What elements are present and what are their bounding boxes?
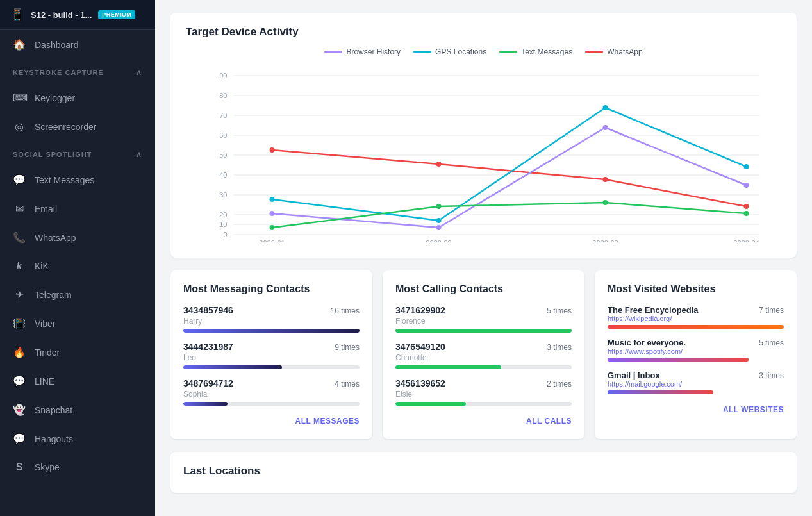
sidebar-item-line[interactable]: 💬 LINE <box>0 367 155 395</box>
svg-text:90: 90 <box>219 72 227 79</box>
sidebar-item-skype[interactable]: S Skype <box>0 453 155 481</box>
tinder-icon: 🔥 <box>13 346 26 358</box>
messaging-name-1: Harry <box>183 317 360 326</box>
messaging-name-2: Leo <box>183 353 360 362</box>
sidebar-item-keylogger[interactable]: ⌨ Keylogger <box>0 83 155 112</box>
messaging-number-2: 3444231987 <box>183 342 233 352</box>
skype-icon: S <box>13 462 26 473</box>
chart-svg-wrapper: 90 80 70 60 50 40 30 20 10 0 <box>186 63 781 245</box>
chart-legend: Browser History GPS Locations Text Messa… <box>186 47 781 56</box>
svg-point-31 <box>744 164 749 169</box>
messaging-name-3: Sophia <box>183 390 360 399</box>
line-icon: 💬 <box>13 375 26 387</box>
calling-contact-2-header: 3476549120 3 times <box>395 342 572 352</box>
keyboard-icon: ⌨ <box>13 92 26 104</box>
svg-text:10: 10 <box>219 221 227 228</box>
messaging-bar-2 <box>183 365 282 369</box>
svg-text:2020-02: 2020-02 <box>426 239 451 242</box>
website-bar-3 <box>608 390 713 394</box>
svg-point-30 <box>603 105 608 110</box>
legend-browser: Browser History <box>324 47 401 56</box>
gps-legend-label: GPS Locations <box>435 47 486 56</box>
social-section-label: SOCIAL SPOTLIGHT <box>13 151 92 158</box>
sidebar-item-hangouts[interactable]: 💬 Hangouts <box>0 424 155 453</box>
messaging-number-3: 3487694712 <box>183 378 233 388</box>
svg-point-38 <box>603 200 608 205</box>
whatsapp-icon: 📞 <box>13 231 26 244</box>
sidebar-item-text-messages[interactable]: 💬 Text Messages <box>0 165 155 194</box>
hangouts-icon: 💬 <box>13 433 26 445</box>
whatsapp-legend-color <box>585 51 603 53</box>
svg-point-36 <box>270 225 275 230</box>
all-websites-link[interactable]: ALL WEBSITES <box>723 405 784 414</box>
text-legend-color <box>499 51 517 53</box>
home-icon: 🏠 <box>13 38 26 51</box>
calling-name-3: Elsie <box>395 390 572 399</box>
skype-label: Skype <box>35 462 60 472</box>
browser-legend-label: Browser History <box>346 47 401 56</box>
sidebar-item-snapchat[interactable]: 👻 Snapchat <box>0 395 155 424</box>
sidebar-item-screenrecorder[interactable]: ◎ Screenrecorder <box>0 112 155 141</box>
sidebar-item-viber[interactable]: 📳 Viber <box>0 309 155 338</box>
calling-contact-1: 3471629902 5 times Florence <box>395 305 572 333</box>
hangouts-label: Hangouts <box>35 434 73 444</box>
device-icon: 📱 <box>10 8 24 22</box>
svg-point-39 <box>744 211 749 216</box>
messaging-footer[interactable]: ALL MESSAGES <box>183 415 360 426</box>
svg-point-26 <box>603 177 608 182</box>
website-1-count: 7 times <box>759 306 784 315</box>
website-2-header: Music for everyone. 5 times <box>608 338 784 347</box>
calling-footer[interactable]: ALL CALLS <box>395 415 572 426</box>
sidebar-item-dashboard[interactable]: 🏠 Dashboard <box>0 30 155 59</box>
activity-chart-svg: 90 80 70 60 50 40 30 20 10 0 <box>186 63 781 242</box>
website-3-title: Gmail | Inbox <box>608 370 660 380</box>
all-calls-link[interactable]: ALL CALLS <box>526 417 572 426</box>
device-name: S12 - build - 1... <box>31 10 92 20</box>
svg-point-35 <box>744 183 749 188</box>
sidebar-item-tinder[interactable]: 🔥 Tinder <box>0 338 155 367</box>
sidebar-item-telegram[interactable]: ✈ Telegram <box>0 280 155 309</box>
svg-text:2020-01: 2020-01 <box>259 239 285 242</box>
last-locations-title: Last Locations <box>183 465 784 478</box>
kik-label: KiK <box>35 261 49 271</box>
website-2-url[interactable]: https://www.spotify.com/ <box>608 347 784 355</box>
calling-count-1: 5 times <box>547 306 572 315</box>
calling-contact-3-header: 3456139652 2 times <box>395 378 572 388</box>
svg-point-24 <box>270 147 275 153</box>
sidebar-item-whatsapp[interactable]: 📞 WhatsApp <box>0 223 155 252</box>
calling-contact-1-header: 3471629902 5 times <box>395 305 572 315</box>
viber-icon: 📳 <box>13 317 26 329</box>
websites-title: Most Visited Websites <box>608 283 784 295</box>
messaging-bar-bg-2 <box>183 365 360 369</box>
sidebar-item-email[interactable]: ✉ Email <box>0 194 155 223</box>
activity-chart-card: Target Device Activity Browser History G… <box>170 13 797 258</box>
sidebar-item-kik[interactable]: k KiK <box>0 252 155 280</box>
messaging-count-3: 4 times <box>335 379 360 388</box>
svg-text:80: 80 <box>219 92 227 99</box>
keystroke-section-header[interactable]: KEYSTROKE CAPTURE ∧ <box>0 62 155 83</box>
websites-card: Most Visited Websites The Free Encyclope… <box>595 270 797 439</box>
calling-count-3: 2 times <box>547 379 572 388</box>
svg-text:2020-04: 2020-04 <box>733 239 759 242</box>
website-2-count: 5 times <box>759 338 784 347</box>
social-section-header[interactable]: SOCIAL SPOTLIGHT ∧ <box>0 144 155 165</box>
messaging-contact-1: 3434857946 16 times Harry <box>183 305 360 333</box>
website-1-url[interactable]: https://wikipedia.org/ <box>608 315 784 322</box>
legend-whatsapp: WhatsApp <box>585 47 642 56</box>
svg-text:40: 40 <box>219 171 227 179</box>
website-1: The Free Encyclopedia 7 times https://wi… <box>608 305 784 329</box>
website-3-url[interactable]: https://mail.google.com/ <box>608 380 784 388</box>
svg-text:70: 70 <box>219 112 227 119</box>
svg-text:50: 50 <box>219 151 227 159</box>
calling-number-2: 3476549120 <box>395 342 445 352</box>
chevron-up-icon-2: ∧ <box>136 150 142 159</box>
calling-card: Most Calling Contacts 3471629902 5 times… <box>383 270 584 439</box>
calling-contact-3: 3456139652 2 times Elsie <box>395 378 572 406</box>
all-messages-link[interactable]: ALL MESSAGES <box>295 417 360 426</box>
messaging-contact-2: 3444231987 9 times Leo <box>183 342 360 369</box>
svg-point-37 <box>436 204 442 209</box>
chevron-up-icon: ∧ <box>136 68 142 77</box>
calling-title: Most Calling Contacts <box>395 283 572 295</box>
websites-footer[interactable]: ALL WEBSITES <box>608 403 784 415</box>
svg-point-29 <box>436 218 442 223</box>
